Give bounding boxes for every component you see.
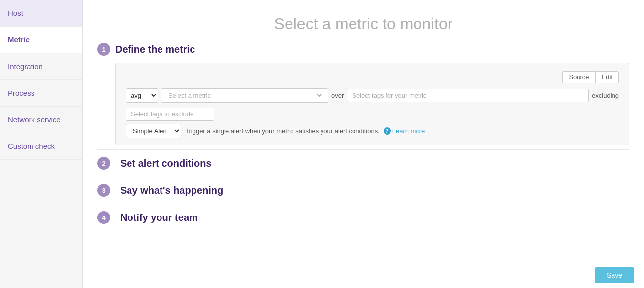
metric-dropdown[interactable]: Select a metric (166, 91, 323, 100)
step2-title: Set alert conditions (120, 158, 212, 169)
content-area: 1 Define the metric Source Edit avg sum (83, 43, 644, 258)
page-title-area: Select a metric to monitor (83, 0, 644, 43)
metric-row: avg sum min max count Select a metric (126, 88, 619, 103)
help-icon: ? (384, 127, 391, 135)
step1-circle: 1 (97, 43, 110, 56)
sidebar-item-metric[interactable]: Metric (0, 27, 82, 53)
edit-button[interactable]: Edit (595, 71, 619, 83)
step3-circle: 3 (97, 184, 110, 197)
sidebar-item-custom-check[interactable]: Custom check (0, 133, 82, 160)
exclude-tags-input[interactable] (126, 108, 214, 121)
main-scroll: Select a metric to monitor 1 Define the … (83, 0, 644, 288)
page-title: Select a metric to monitor (102, 15, 624, 33)
step4-circle: 4 (97, 211, 110, 224)
over-label: over (331, 92, 344, 99)
main-content: Select a metric to monitor 1 Define the … (83, 0, 644, 288)
step-alert-conditions: 2 Set alert conditions (97, 149, 629, 173)
step1-header: 1 Define the metric (97, 43, 629, 56)
save-button[interactable]: Save (595, 267, 634, 283)
sidebar-item-process[interactable]: Process (0, 80, 82, 107)
step-notify-team: 4 Notify your team (97, 204, 629, 227)
step3-title: Say what's happening (120, 185, 223, 196)
sidebar-item-host[interactable]: Host (0, 0, 82, 27)
aggregation-select[interactable]: avg sum min max count (126, 89, 158, 102)
step1-title: Define the metric (115, 44, 195, 55)
step-define-metric: 1 Define the metric Source Edit avg sum (97, 43, 629, 145)
sidebar: Host Metric Integration Process Network … (0, 0, 83, 288)
metric-selector[interactable]: Select a metric (161, 88, 328, 103)
step-say-happening: 3 Say what's happening (97, 177, 629, 200)
metric-panel: Source Edit avg sum min max count (115, 63, 629, 145)
sidebar-item-integration[interactable]: Integration (0, 53, 82, 80)
step4-title: Notify your team (120, 212, 198, 223)
source-edit-bar: Source Edit (126, 71, 619, 83)
exclude-tags-row (126, 108, 619, 121)
aggregation-select-wrapper: avg sum min max count (126, 88, 158, 103)
sidebar-item-network-service[interactable]: Network service (0, 107, 82, 133)
learn-more-link[interactable]: ? Learn more (384, 127, 425, 135)
excluding-label: excluding (592, 92, 619, 99)
alert-row: Simple Alert Multi Alert Trigger a singl… (126, 124, 619, 138)
alert-description: Trigger a single alert when your metric … (185, 127, 380, 135)
save-area: Save (83, 262, 644, 288)
tags-input[interactable] (347, 89, 589, 102)
step2-circle: 2 (97, 157, 110, 170)
alert-type-select[interactable]: Simple Alert Multi Alert (126, 124, 181, 138)
source-button[interactable]: Source (562, 71, 595, 83)
